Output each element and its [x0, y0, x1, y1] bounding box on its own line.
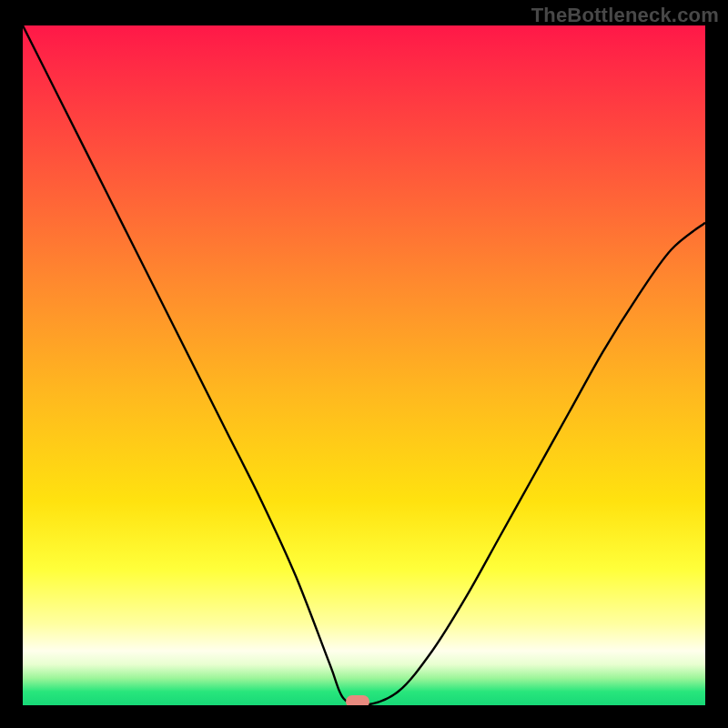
- bottleneck-curve: [23, 25, 705, 705]
- curve-svg: [23, 25, 705, 705]
- chart-frame: TheBottleneck.com: [0, 0, 728, 728]
- plot-area: [23, 25, 705, 705]
- optimal-point-marker: [346, 695, 369, 705]
- watermark-text: TheBottleneck.com: [531, 4, 719, 27]
